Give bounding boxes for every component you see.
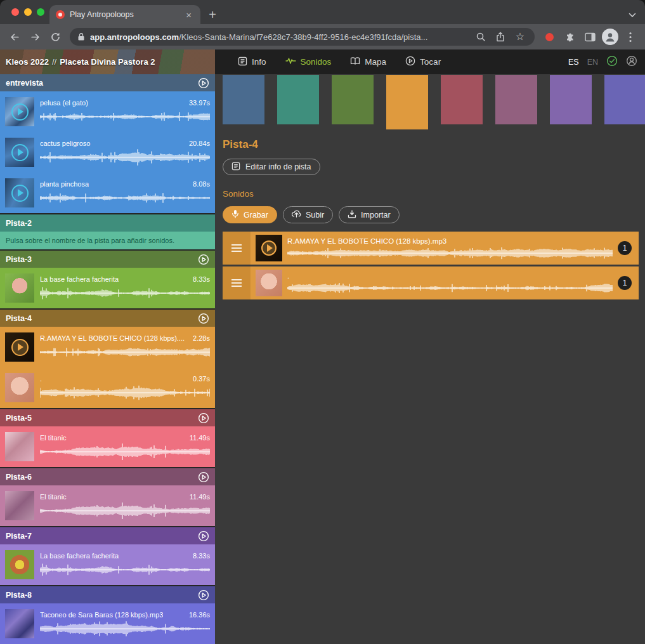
track-swatch-8[interactable] (604, 75, 645, 124)
pista-name: Pista-5 (6, 414, 198, 423)
tab-tocar-label: Tocar (420, 57, 441, 67)
track-swatch-5[interactable] (441, 75, 483, 124)
track-detail-panel: Pista-4 Editar info de pista Sonidos Gra… (215, 74, 645, 644)
clip-row[interactable]: planta pinchosa8.08s (0, 173, 215, 213)
antropoloops-favicon-icon (56, 10, 65, 19)
sidebar-section-pista-6: Pista-6El titanic11.49s (0, 468, 215, 526)
page-title: Pista-4 (223, 138, 645, 151)
upload-button[interactable]: Subir (283, 206, 333, 223)
minimize-window-button[interactable] (24, 8, 32, 16)
clip-title: . (40, 375, 42, 383)
tab-close-icon[interactable]: × (183, 9, 194, 21)
share-icon[interactable] (493, 32, 508, 42)
pista-name: Pista-6 (6, 473, 198, 482)
content-area: entrevistapelusa (el gato)33.97scactus p… (0, 74, 645, 644)
clip-thumbnail[interactable] (5, 97, 34, 126)
import-button[interactable]: Importar (339, 206, 400, 223)
new-tab-button[interactable]: + (203, 6, 222, 23)
pista-name: Pista-4 (6, 314, 198, 323)
clip-thumbnail[interactable] (5, 332, 34, 362)
breadcrumb[interactable]: Kleos 2022//Placeta Divina Pastora 2 (0, 49, 215, 74)
zoom-window-button[interactable] (37, 8, 44, 16)
pista-header[interactable]: entrevista (0, 74, 215, 91)
clip-row[interactable]: R.AMAYA Y EL BOBOTE CHICO (128 kbps)....… (0, 327, 215, 367)
project-name: Kleos 2022 (6, 57, 49, 67)
play-track-button[interactable] (198, 254, 209, 265)
bookmark-star-icon[interactable]: ☆ (512, 32, 528, 42)
check-circle-icon[interactable] (606, 55, 618, 69)
tab-mapa[interactable]: Mapa (350, 56, 386, 67)
tab-strip: Play Antropoloops × + (0, 0, 645, 24)
clip-row[interactable]: pelusa (el gato)33.97s (0, 91, 215, 132)
pista-header[interactable]: Pista-4 (0, 310, 215, 327)
recording-extension-icon[interactable] (540, 27, 559, 46)
clip-thumbnail[interactable] (5, 138, 34, 167)
tab-info[interactable]: Info (238, 56, 266, 68)
pista-header[interactable]: Pista-8 (0, 586, 215, 603)
browser-tab[interactable]: Play Antropoloops × (49, 5, 200, 24)
lang-es[interactable]: ES (568, 58, 579, 67)
tab-tocar[interactable]: Tocar (405, 56, 441, 68)
reload-icon[interactable] (46, 27, 65, 46)
track-swatch-1[interactable] (223, 75, 264, 124)
pista-header[interactable]: Pista-2 (0, 214, 215, 232)
clip-row[interactable]: cactus peligroso20.84s (0, 132, 215, 173)
track-sidebar: entrevistapelusa (el gato)33.97scactus p… (0, 74, 215, 644)
url-text[interactable]: app.antropoloops.com/Kleos-Santa-Marina/… (90, 32, 469, 42)
lang-en[interactable]: EN (587, 58, 598, 67)
edit-track-info-button[interactable]: Editar info de pista (223, 159, 320, 175)
sound-row[interactable]: .1 (223, 266, 639, 299)
clip-row[interactable]: La base fachera facherita8.33s (0, 268, 215, 308)
account-icon[interactable] (626, 55, 637, 69)
clip-row[interactable]: La base fachera facherita8.33s (0, 544, 215, 585)
zoom-icon[interactable] (473, 32, 488, 42)
back-icon[interactable] (5, 27, 24, 46)
extensions-puzzle-icon[interactable] (560, 27, 579, 46)
record-button[interactable]: Grabar (223, 206, 277, 223)
tab-sonidos[interactable]: Sonidos (285, 56, 332, 67)
play-track-button[interactable] (198, 77, 209, 89)
pista-header[interactable]: Pista-6 (0, 468, 215, 485)
close-window-button[interactable] (11, 8, 19, 16)
waveform (40, 503, 210, 519)
clip-thumbnail[interactable] (5, 432, 34, 461)
clip-row[interactable]: .0.37s (0, 367, 215, 408)
pista-name: Pista-7 (6, 532, 198, 541)
track-swatch-2[interactable] (277, 75, 319, 124)
drag-handle-icon[interactable] (223, 266, 251, 299)
track-swatch-7[interactable] (550, 75, 592, 124)
clip-thumbnail[interactable] (256, 235, 282, 261)
clip-thumbnail[interactable] (5, 550, 34, 579)
clip-thumbnail[interactable] (5, 491, 34, 520)
play-track-button[interactable] (198, 471, 209, 483)
clip-row[interactable]: El titanic11.49s (0, 485, 215, 526)
clip-thumbnail[interactable] (5, 373, 34, 402)
clip-thumbnail[interactable] (5, 273, 34, 303)
clip-duration: 2.28s (193, 334, 210, 342)
pista-header[interactable]: Pista-7 (0, 527, 215, 544)
sound-row[interactable]: R.AMAYA Y EL BOBOTE CHICO (128 kbps).mp3… (223, 232, 639, 265)
profile-avatar[interactable] (601, 27, 620, 46)
tab-search-chevron-icon[interactable] (629, 9, 636, 20)
clip-thumbnail[interactable] (256, 270, 282, 296)
clip-thumbnail[interactable] (5, 609, 34, 638)
address-bar[interactable]: app.antropoloops.com/Kleos-Santa-Marina/… (70, 28, 535, 46)
play-track-button[interactable] (198, 589, 209, 601)
clip-row[interactable]: Taconeo de Sara Baras (128 kbps).mp316.3… (0, 603, 215, 644)
play-track-button[interactable] (198, 412, 209, 424)
play-circle-icon (405, 56, 415, 68)
track-swatch-6[interactable] (495, 75, 537, 124)
track-swatch-4[interactable] (386, 75, 428, 129)
play-track-button[interactable] (198, 530, 209, 542)
clip-title: cactus peligroso (40, 140, 91, 147)
clip-thumbnail[interactable] (5, 178, 34, 207)
clip-row[interactable]: El titanic11.49s (0, 426, 215, 467)
pista-header[interactable]: Pista-3 (0, 251, 215, 268)
menu-kebab-icon[interactable] (621, 27, 640, 46)
track-swatch-3[interactable] (332, 75, 374, 124)
side-panel-icon[interactable] (580, 27, 599, 46)
pista-header[interactable]: Pista-5 (0, 409, 215, 426)
forward-icon[interactable] (25, 27, 44, 46)
play-track-button[interactable] (198, 313, 209, 324)
drag-handle-icon[interactable] (223, 232, 251, 265)
